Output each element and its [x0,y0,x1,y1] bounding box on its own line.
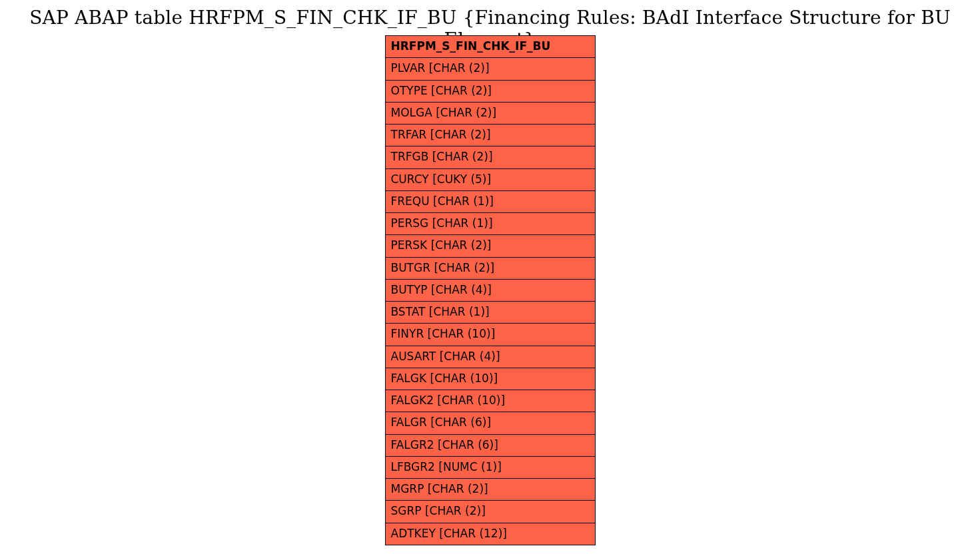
table-row: FALGK [CHAR (10)] [385,368,595,390]
field-cell: BUTYP [CHAR (4)] [385,279,595,301]
table-row: ADTKEY [CHAR (12)] [385,523,595,545]
table-header-cell: HRFPM_S_FIN_CHK_IF_BU [385,36,595,58]
table-row: LFBGR2 [NUMC (1)] [385,456,595,478]
field-cell: FINYR [CHAR (10)] [385,324,595,346]
table-row: MGRP [CHAR (2)] [385,479,595,501]
table-row: MOLGA [CHAR (2)] [385,102,595,124]
table-row: SGRP [CHAR (2)] [385,501,595,523]
table-row: FREQU [CHAR (1)] [385,190,595,212]
field-cell: TRFAR [CHAR (2)] [385,125,595,146]
field-cell: FALGR2 [CHAR (6)] [385,434,595,456]
field-cell: TRFGB [CHAR (2)] [385,146,595,168]
field-cell: FALGK2 [CHAR (10)] [385,390,595,412]
table-row: PLVAR [CHAR (2)] [385,58,595,80]
table-row: BUTYP [CHAR (4)] [385,279,595,301]
field-cell: LFBGR2 [NUMC (1)] [385,456,595,478]
table-row: FALGK2 [CHAR (10)] [385,390,595,412]
field-cell: MOLGA [CHAR (2)] [385,102,595,124]
field-cell: SGRP [CHAR (2)] [385,501,595,523]
table-row: BSTAT [CHAR (1)] [385,302,595,324]
field-cell: PERSK [CHAR (2)] [385,235,595,257]
field-cell: BSTAT [CHAR (1)] [385,302,595,324]
field-cell: MGRP [CHAR (2)] [385,479,595,501]
field-cell: FALGR [CHAR (6)] [385,412,595,434]
page-root: SAP ABAP table HRFPM_S_FIN_CHK_IF_BU {Fi… [0,0,980,554]
field-cell: PERSG [CHAR (1)] [385,213,595,235]
table-row: TRFGB [CHAR (2)] [385,146,595,168]
table-row: PERSK [CHAR (2)] [385,235,595,257]
field-cell: CURCY [CUKY (5)] [385,168,595,190]
table-row: TRFAR [CHAR (2)] [385,125,595,146]
table-wrapper: HRFPM_S_FIN_CHK_IF_BU PLVAR [CHAR (2)] O… [0,35,980,545]
structure-table: HRFPM_S_FIN_CHK_IF_BU PLVAR [CHAR (2)] O… [385,35,596,545]
table-row: OTYPE [CHAR (2)] [385,80,595,102]
table-row: FINYR [CHAR (10)] [385,324,595,346]
table-row: FALGR [CHAR (6)] [385,412,595,434]
table-row: FALGR2 [CHAR (6)] [385,434,595,456]
field-cell: FREQU [CHAR (1)] [385,190,595,212]
table-row: CURCY [CUKY (5)] [385,168,595,190]
table-header-row: HRFPM_S_FIN_CHK_IF_BU [385,36,595,58]
field-cell: FALGK [CHAR (10)] [385,368,595,390]
field-cell: BUTGR [CHAR (2)] [385,257,595,279]
table-row: PERSG [CHAR (1)] [385,213,595,235]
field-cell: AUSART [CHAR (4)] [385,346,595,368]
field-cell: ADTKEY [CHAR (12)] [385,523,595,545]
table-row: AUSART [CHAR (4)] [385,346,595,368]
field-cell: PLVAR [CHAR (2)] [385,58,595,80]
field-cell: OTYPE [CHAR (2)] [385,80,595,102]
table-row: BUTGR [CHAR (2)] [385,257,595,279]
